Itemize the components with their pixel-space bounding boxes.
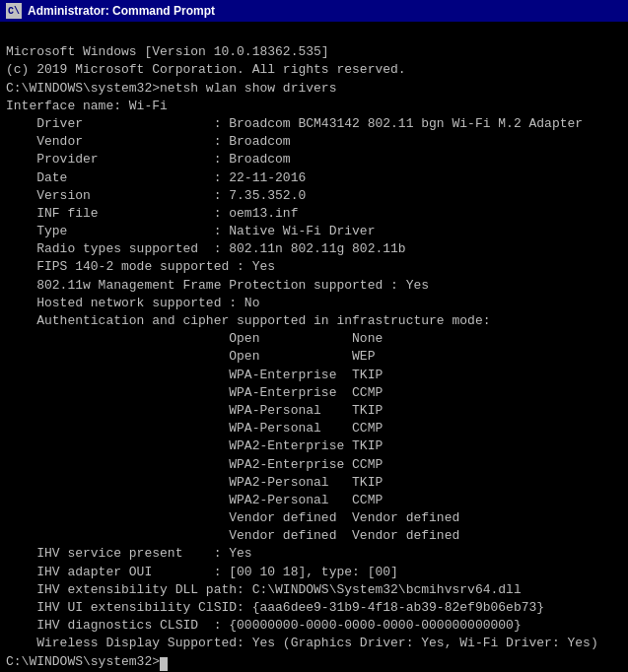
terminal-line: IHV adapter OUI : [00 10 18], type: [00] xyxy=(6,564,622,581)
terminal-line: IHV extensibility DLL path: C:\WINDOWS\S… xyxy=(6,581,622,599)
title-text: Administrator: Command Prompt xyxy=(28,4,215,18)
terminal-line: IHV UI extensibility ClSID: {aaa6dee9-31… xyxy=(6,599,622,617)
terminal-line: Open None xyxy=(6,330,622,348)
terminal-line: C:\WINDOWS\system32>netsh wlan show driv… xyxy=(6,80,622,98)
terminal-line: WPA-Personal TKIP xyxy=(6,402,622,420)
terminal-line: C:\WINDOWS\system32> xyxy=(6,653,622,671)
terminal-line: Provider : Broadcom xyxy=(6,151,622,168)
terminal-line: FIPS 140-2 mode supported : Yes xyxy=(6,258,622,276)
title-bar: C\ Administrator: Command Prompt xyxy=(0,0,628,22)
terminal-line: WPA2-Personal CCMP xyxy=(6,492,622,509)
terminal-line: WPA2-Enterprise TKIP xyxy=(6,437,622,455)
terminal-line: (c) 2019 Microsoft Corporation. All righ… xyxy=(6,61,622,79)
terminal-line: WPA2-Personal TKIP xyxy=(6,474,622,492)
terminal-line: IHV diagnostics CLSID : {00000000-0000-0… xyxy=(6,617,622,635)
terminal-line: Type : Native Wi-Fi Driver xyxy=(6,223,622,240)
terminal-line: Open WEP xyxy=(6,348,622,366)
terminal-line: Vendor defined Vendor defined xyxy=(6,527,622,545)
terminal-window[interactable]: Microsoft Windows [Version 10.0.18362.53… xyxy=(0,22,628,672)
terminal-line: 802.11w Management Frame Protection supp… xyxy=(6,277,622,295)
terminal-line: Vendor : Broadcom xyxy=(6,133,622,151)
terminal-line: WPA2-Enterprise CCMP xyxy=(6,456,622,474)
terminal-line: Hosted network supported : No xyxy=(6,295,622,312)
terminal-line: Radio types supported : 802.11n 802.11g … xyxy=(6,240,622,258)
terminal-line: WPA-Enterprise CCMP xyxy=(6,384,622,402)
terminal-line: Wireless Display Supported: Yes (Graphic… xyxy=(6,635,622,652)
terminal-line: Version : 7.35.352.0 xyxy=(6,187,622,205)
terminal-line: Vendor defined Vendor defined xyxy=(6,509,622,527)
terminal-line: Interface name: Wi-Fi xyxy=(6,98,622,115)
terminal-line: WPA-Personal CCMP xyxy=(6,420,622,437)
terminal-line: Driver : Broadcom BCM43142 802.11 bgn Wi… xyxy=(6,115,622,133)
terminal-line: INF file : oem13.inf xyxy=(6,205,622,223)
terminal-line: WPA-Enterprise TKIP xyxy=(6,367,622,384)
terminal-line: IHV service present : Yes xyxy=(6,545,622,563)
terminal-line: Date : 22-11-2016 xyxy=(6,169,622,187)
terminal-line: Authentication and cipher supported in i… xyxy=(6,312,622,330)
terminal-line: Microsoft Windows [Version 10.0.18362.53… xyxy=(6,43,622,61)
cursor xyxy=(160,657,168,671)
title-bar-icon: C\ xyxy=(6,3,22,19)
